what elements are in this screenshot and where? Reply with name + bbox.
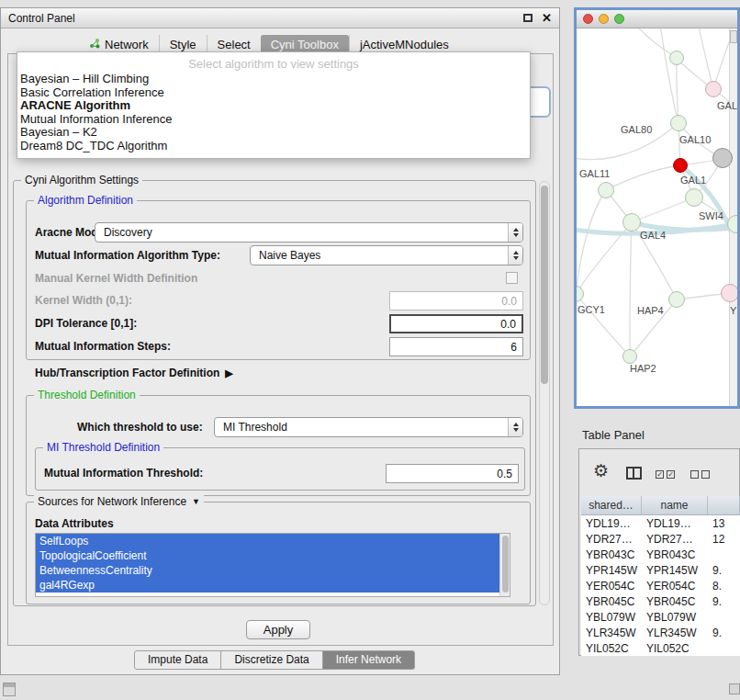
bottom-tabs: Impute DataDiscretize DataInfer Network: [134, 650, 415, 670]
table-cell: YIL052C: [642, 640, 708, 656]
node-label-gal1: GAL1: [680, 175, 706, 186]
list-scrollbar[interactable]: [499, 534, 510, 596]
control-panel-titlebar: Control Panel ✕: [1, 8, 559, 28]
table-row[interactable]: YPR145WYPR145W9.: [581, 562, 740, 578]
mi-type-label: Mutual Information Algorithm Type:: [35, 245, 220, 265]
select-all-checkboxes-icon[interactable]: ✓ ✓: [656, 470, 675, 479]
table-cell: YPR145W: [581, 562, 642, 578]
gear-icon[interactable]: ⚙: [593, 462, 609, 480]
mi-steps-input[interactable]: [389, 337, 523, 356]
network-view-window: GAL80GAL10GAL11GAL1SWI4GAL4GCY1HAP4HAP2G…: [574, 7, 740, 409]
attribute-item[interactable]: BetweennessCentrality: [36, 563, 499, 578]
table-cell: YPR145W: [642, 562, 708, 578]
kernel-width-label: Kernel Width (0,1):: [35, 291, 132, 310]
network-canvas[interactable]: GAL80GAL10GAL11GAL1SWI4GAL4GCY1HAP4HAP2G…: [577, 28, 737, 406]
algorithm-option[interactable]: Dream8 DC_TDC Algorithm: [17, 140, 530, 153]
table-row[interactable]: YLR345WYLR345W9.: [581, 625, 740, 640]
network-node-green[interactable]: [598, 182, 614, 198]
node-label-gal4: GAL4: [640, 230, 666, 241]
algorithm-option[interactable]: Mutual Information Inference: [17, 113, 530, 127]
window-title: Control Panel: [8, 12, 523, 25]
table-cell: [708, 547, 740, 562]
algorithm-option[interactable]: Bayesian – K2: [17, 126, 530, 140]
hub-definition-expander[interactable]: Hub/Transcription Factor Definition ▶: [35, 366, 233, 380]
tab-impute-data[interactable]: Impute Data: [134, 650, 221, 670]
network-node-green[interactable]: [669, 51, 684, 65]
which-threshold-label: Which threshold to use:: [77, 417, 203, 437]
deselect-all-checkboxes-icon[interactable]: [690, 470, 710, 479]
tab-infer-network[interactable]: Infer Network: [322, 650, 415, 670]
attribute-item[interactable]: gal4RGexp: [36, 578, 499, 593]
table-cell: [708, 609, 740, 625]
data-attributes-label: Data Attributes: [35, 516, 114, 531]
table-row[interactable]: YIL052CYIL052C: [581, 640, 740, 656]
minimize-window-icon[interactable]: [599, 14, 609, 24]
table-cell: [708, 640, 740, 656]
mi-type-select[interactable]: Naive Bayes: [250, 245, 523, 265]
scrollbar-thumb[interactable]: [541, 186, 548, 384]
table-row[interactable]: YBL079WYBL079W: [581, 609, 740, 625]
network-node-pink[interactable]: [721, 284, 737, 302]
desktop: Control Panel ✕ NetworkStyleSelectCyni T…: [0, 0, 740, 700]
table-row[interactable]: YDR27…YDR27…12: [581, 531, 740, 547]
column-header-2[interactable]: [708, 496, 740, 514]
aracne-mode-select[interactable]: Discovery: [95, 222, 523, 243]
network-node-pink[interactable]: [705, 81, 722, 97]
dpi-tolerance-input[interactable]: [389, 314, 523, 333]
network-node-green[interactable]: [622, 213, 641, 231]
columns-icon[interactable]: [626, 467, 642, 480]
network-node-gray[interactable]: [712, 148, 733, 168]
attribute-item[interactable]: SelfLoops: [36, 534, 499, 548]
kernel-width-input[interactable]: [389, 291, 523, 310]
algorithm-option[interactable]: ARACNE Algorithm: [17, 99, 530, 113]
tab-discretize-data[interactable]: Discretize Data: [220, 650, 322, 670]
table-cell: YBR043C: [642, 547, 708, 562]
float-window-icon[interactable]: [523, 14, 533, 22]
scrollbar-thumb[interactable]: [502, 536, 509, 593]
birdseye-button[interactable]: [730, 30, 737, 43]
chevron-down-icon: ▼: [192, 495, 200, 509]
node-label-y: Y: [730, 305, 736, 316]
node-label-gal11: GAL11: [579, 168, 610, 179]
close-icon[interactable]: ✕: [542, 11, 552, 25]
settings-scrollbar[interactable]: [539, 181, 550, 605]
network-node-green[interactable]: [670, 115, 687, 131]
node-label-swi4: SWI4: [699, 210, 723, 221]
combo-stepper-icon: [508, 246, 522, 265]
table-cell: YDL19…: [581, 515, 642, 531]
combo-stepper-icon: [508, 418, 522, 436]
table-cell: YBR045C: [642, 593, 708, 609]
table-row[interactable]: YBR043CYBR043C: [581, 547, 740, 562]
column-header-name[interactable]: name: [642, 496, 708, 514]
table-cell: 9.: [708, 593, 740, 609]
column-header-shared-[interactable]: shared…: [581, 496, 642, 514]
tab-label: Network: [105, 38, 149, 51]
empty-box-icon: [690, 470, 699, 479]
network-node-red[interactable]: [673, 158, 688, 173]
table-row[interactable]: YBR045CYBR045C9.: [581, 593, 740, 609]
mi-type-value: Naive Bayes: [251, 246, 508, 265]
network-node-green[interactable]: [622, 349, 637, 364]
table-row[interactable]: YER054CYER054C8.: [581, 578, 740, 593]
tab-label: Select: [218, 38, 251, 51]
algorithm-option[interactable]: Bayesian – Hill Climbing: [17, 73, 530, 86]
mi-threshold-label: Mutual Information Threshold:: [44, 464, 203, 483]
network-node-green[interactable]: [668, 291, 685, 308]
sources-expander[interactable]: Sources for Network Inference ▼: [34, 495, 204, 509]
table-cell: YBR045C: [581, 593, 642, 609]
attribute-item[interactable]: TopologicalCoefficient: [36, 548, 499, 563]
algorithm-placeholder: Select algorithm to view settings: [17, 55, 530, 73]
zoom-window-icon[interactable]: [614, 14, 624, 24]
table-row[interactable]: YDL19…YDL19…13: [581, 515, 740, 531]
manual-kernel-checkbox[interactable]: [506, 272, 518, 284]
mi-threshold-input[interactable]: [386, 464, 519, 483]
algorithm-option[interactable]: Basic Correlation Inference: [17, 86, 530, 100]
apply-button[interactable]: Apply: [246, 620, 310, 639]
algorithm-dropdown-popup: Select algorithm to view settings Bayesi…: [17, 51, 531, 159]
network-node-green[interactable]: [685, 188, 703, 207]
dock-panel-icon[interactable]: [3, 683, 16, 696]
corner-widget-icon[interactable]: [729, 683, 740, 694]
close-window-icon[interactable]: [583, 14, 593, 24]
which-threshold-select[interactable]: MI Threshold: [214, 417, 523, 437]
table-cell: YBR043C: [581, 547, 642, 562]
